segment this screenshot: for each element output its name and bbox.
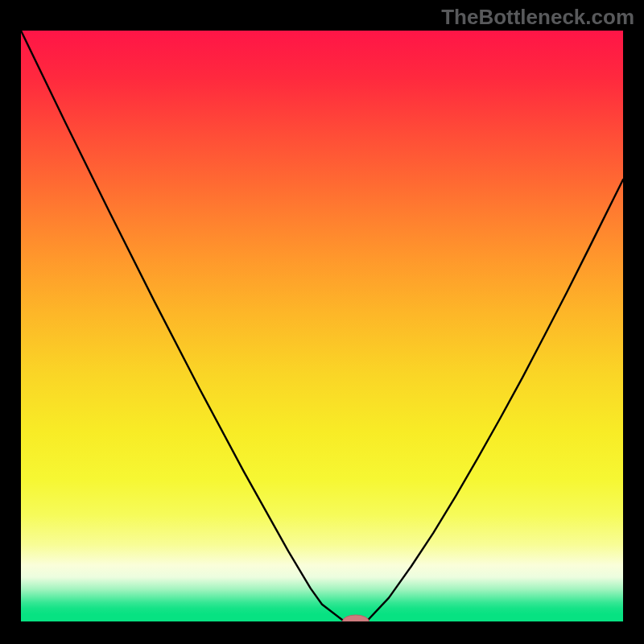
bottleneck-chart	[21, 31, 623, 621]
plot-background	[21, 31, 623, 621]
watermark-text: TheBottleneck.com	[441, 5, 634, 30]
